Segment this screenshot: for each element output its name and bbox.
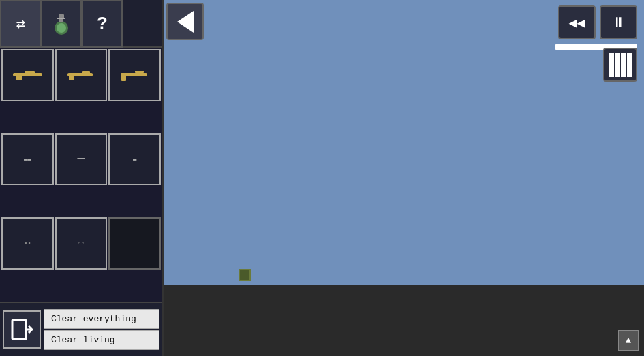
grid-cell-1[interactable] — [1, 49, 54, 101]
item-8-icon: ▫▫ — [78, 240, 85, 247]
top-right-controls: ◀◀ ⏸ — [555, 5, 637, 50]
item-3-icon — [120, 65, 150, 85]
svg-point-3 — [57, 23, 66, 33]
item-2-icon — [66, 65, 96, 85]
grid-cell-3[interactable] — [108, 49, 161, 101]
clear-living-button[interactable]: Clear living — [44, 330, 159, 350]
item-grid: ▬▬ ━━ ▬ ▪▪ ▫▫ — [0, 48, 162, 302]
exit-icon — [11, 319, 33, 340]
item-1-icon — [13, 65, 43, 85]
game-container: ⇄ ? — [0, 0, 644, 356]
toolbar: ⇄ ? — [0, 0, 162, 48]
swap-button[interactable]: ⇄ — [0, 0, 41, 48]
grid-cell-8[interactable]: ▫▫ — [55, 217, 108, 270]
grid-cell-2[interactable] — [55, 49, 108, 101]
pixel-creature — [239, 269, 251, 281]
help-button[interactable]: ? — [82, 0, 123, 48]
main-area[interactable]: ◀◀ ⏸ ▲ — [164, 0, 644, 356]
grid-cell-6[interactable]: ▬ — [108, 133, 161, 186]
item-7-icon: ▪▪ — [24, 240, 31, 247]
grid-icon — [609, 53, 632, 77]
bottom-bar: Clear everything Clear living — [0, 302, 162, 356]
nav-arrow-button[interactable] — [166, 3, 204, 40]
rewind-button[interactable]: ◀◀ — [558, 5, 596, 39]
svg-rect-5 — [12, 320, 26, 339]
clear-everything-button[interactable]: Clear everything — [44, 309, 159, 329]
item-5-icon: ━━ — [78, 155, 85, 163]
potion-icon — [52, 13, 71, 35]
svg-rect-4 — [59, 19, 63, 22]
scroll-up-button[interactable]: ▲ — [618, 330, 639, 351]
clear-menu: Clear everything Clear living — [44, 309, 159, 350]
svg-rect-1 — [57, 18, 65, 19]
grid-cell-5[interactable]: ━━ — [55, 133, 108, 186]
ground — [164, 285, 644, 356]
grid-toggle-button[interactable] — [603, 48, 637, 82]
item-6-icon: ▬ — [133, 156, 136, 163]
grid-cell-7[interactable]: ▪▪ — [1, 217, 54, 270]
item-4-icon: ▬▬ — [24, 156, 31, 163]
grid-cell-9[interactable] — [108, 217, 161, 270]
left-panel: ⇄ ? — [0, 0, 164, 356]
pause-button[interactable]: ⏸ — [600, 5, 637, 39]
potion-button[interactable] — [41, 0, 82, 48]
grid-cell-4[interactable]: ▬▬ — [1, 133, 54, 186]
nav-left-icon — [177, 11, 194, 33]
exit-button[interactable] — [3, 310, 41, 349]
playback-controls: ◀◀ ⏸ — [558, 5, 637, 39]
